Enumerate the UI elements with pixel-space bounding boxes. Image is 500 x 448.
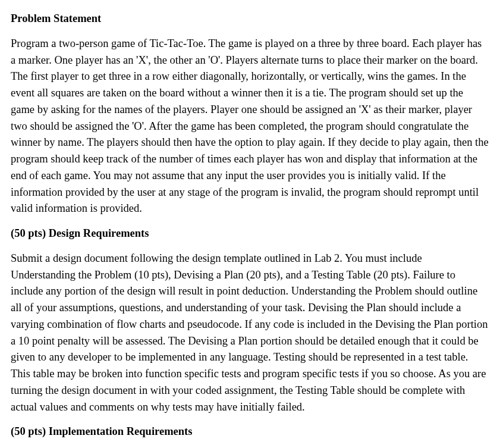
section-heading-design-requirements: (50 pts) Design Requirements [11,225,489,242]
section-body-problem-statement: Program a two-person game of Tic-Tac-Toe… [11,36,489,217]
section-heading-problem-statement: Problem Statement [11,11,489,27]
section-body-design-requirements: Submit a design document following the d… [11,250,489,416]
section-heading-implementation-requirements: (50 pts) Implementation Requirements [11,424,489,440]
document-container: Problem Statement Program a two-person g… [11,11,489,440]
